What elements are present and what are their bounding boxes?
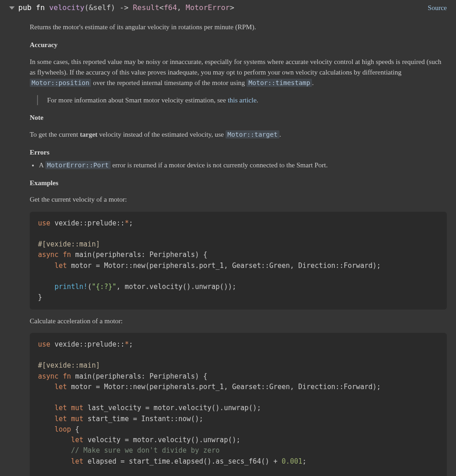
collapse-icon[interactable] bbox=[9, 6, 15, 10]
fn-header-left: pub fn velocity(&self) -> Result<f64, Mo… bbox=[9, 2, 234, 13]
errors-text-a: A bbox=[39, 161, 45, 169]
fn-header: pub fn velocity(&self) -> Result<f64, Mo… bbox=[0, 0, 456, 16]
code-kw: use bbox=[38, 219, 54, 227]
code-comment: // Make sure we don't divide by zero bbox=[71, 446, 220, 455]
code-kw: let bbox=[71, 457, 87, 465]
code-attr: #[vexide::main] bbox=[38, 361, 100, 369]
code-text: last_velocity = motor.velocity().unwrap(… bbox=[87, 404, 261, 412]
note-para: To get the current target velocity inste… bbox=[30, 129, 447, 140]
code-text: motor = Motor::new(peripherals.port_1, G… bbox=[71, 262, 381, 270]
fn-signature: pub fn velocity(&self) -> Result<f64, Mo… bbox=[18, 2, 234, 13]
accuracy-text-c: . bbox=[312, 79, 314, 86]
note-text-c: . bbox=[279, 131, 281, 138]
code-text: motor = Motor::new(peripherals.port_1, G… bbox=[71, 383, 381, 391]
code-kw: async bbox=[38, 251, 63, 259]
code-kw: use bbox=[38, 340, 54, 348]
code-text: vexide::prelude:: bbox=[54, 340, 125, 348]
comma-sep: , bbox=[177, 3, 186, 12]
accuracy-blockquote: For more information about Smart motor v… bbox=[37, 95, 447, 106]
sig-params: (&self) -> bbox=[85, 3, 133, 12]
code-kw: let bbox=[54, 415, 71, 423]
doc-intro: Returns the motor's estimate of its angu… bbox=[30, 22, 447, 32]
code-text: vexide::prelude:: bbox=[54, 219, 125, 227]
code-example-1: use vexide::prelude::*; #[vexide::main] … bbox=[30, 212, 447, 310]
code-indent bbox=[38, 425, 54, 433]
motor-position-link[interactable]: Motor::position bbox=[30, 79, 91, 87]
code-text: velocity = motor.velocity().unwrap(); bbox=[87, 436, 240, 444]
angle-open: < bbox=[159, 3, 164, 12]
code-kw: mut bbox=[71, 415, 87, 423]
angle-close: > bbox=[230, 3, 234, 12]
code-kw: fn bbox=[63, 372, 75, 380]
code-macro: println! bbox=[54, 283, 87, 291]
code-kw: let bbox=[54, 383, 71, 391]
code-indent bbox=[38, 415, 54, 423]
motor-error-port-link[interactable]: MotorError::Port bbox=[45, 161, 111, 169]
code-text: main(peripherals: Peripherals) { bbox=[75, 372, 207, 380]
motor-target-link[interactable]: Motor::target bbox=[225, 130, 279, 139]
code-star: * bbox=[125, 219, 129, 227]
result-type-link[interactable]: Result bbox=[133, 3, 159, 12]
code-attr: #[vexide::main] bbox=[38, 240, 100, 248]
example1-intro: Get the current velocity of a motor: bbox=[30, 194, 447, 205]
code-kw: let bbox=[54, 262, 71, 270]
kw-fn: fn bbox=[36, 3, 45, 12]
example2-intro: Calculate acceleration of a motor: bbox=[30, 316, 447, 326]
code-text: , motor.velocity().unwrap()); bbox=[117, 283, 236, 291]
this-article-link[interactable]: this article bbox=[228, 96, 257, 104]
code-text: } bbox=[38, 293, 42, 301]
code-text: ; bbox=[129, 340, 133, 348]
accuracy-heading: Accuracy bbox=[30, 40, 447, 50]
note-heading: Note bbox=[30, 112, 447, 123]
code-star: * bbox=[125, 340, 129, 348]
code-kw: mut bbox=[71, 404, 87, 412]
accuracy-text-a: In some cases, this reported value may b… bbox=[30, 58, 441, 76]
errors-heading: Errors bbox=[30, 147, 447, 158]
code-text: ; bbox=[302, 457, 306, 465]
code-kw: fn bbox=[63, 251, 75, 259]
motor-timestamp-link[interactable]: Motor::timestamp bbox=[247, 79, 312, 87]
list-item: A MotorError::Port error is returned if … bbox=[39, 160, 447, 171]
code-indent bbox=[38, 262, 54, 270]
examples-heading: Examples bbox=[30, 178, 447, 188]
code-number: 0.001 bbox=[282, 457, 302, 465]
code-kw: let bbox=[71, 436, 87, 444]
code-text: main(peripherals: Peripherals) { bbox=[75, 251, 207, 259]
accuracy-para: In some cases, this reported value may b… bbox=[30, 57, 447, 89]
code-kw: loop bbox=[54, 425, 75, 433]
code-indent bbox=[38, 457, 71, 465]
code-text: elapsed = start_time.elapsed().as_secs_f… bbox=[87, 457, 281, 465]
accuracy-text-b: over the reported internal timestamp of … bbox=[91, 79, 247, 86]
code-text: start_time = Instant::now(); bbox=[87, 415, 203, 423]
kw-pub: pub bbox=[18, 3, 32, 12]
f64-type-link[interactable]: f64 bbox=[164, 3, 177, 12]
code-kw: async bbox=[38, 372, 63, 380]
code-indent bbox=[38, 446, 71, 455]
note-text-b: velocity instead of the estimated veloci… bbox=[97, 131, 225, 138]
code-text: ; bbox=[129, 219, 133, 227]
code-example-2: use vexide::prelude::*; #[vexide::main] … bbox=[30, 333, 447, 476]
errors-list: A MotorError::Port error is returned if … bbox=[39, 160, 447, 171]
code-kw: let bbox=[54, 404, 71, 412]
code-indent bbox=[38, 283, 54, 291]
errors-text-b: error is returned if a motor device is n… bbox=[111, 161, 328, 169]
code-indent bbox=[38, 404, 54, 412]
blockquote-text-b: . bbox=[257, 96, 258, 104]
code-text: { bbox=[75, 425, 79, 433]
blockquote-text-a: For more information about Smart motor v… bbox=[47, 96, 228, 104]
motor-error-type-link[interactable]: MotorError bbox=[186, 3, 230, 12]
code-indent bbox=[38, 436, 71, 444]
code-indent bbox=[38, 383, 54, 391]
note-text-a: To get the current bbox=[30, 131, 80, 138]
fn-name[interactable]: velocity bbox=[49, 3, 84, 12]
doc-block: Returns the motor's estimate of its angu… bbox=[0, 22, 456, 476]
source-link[interactable]: Source bbox=[428, 3, 447, 13]
note-bold-target: target bbox=[80, 131, 97, 138]
code-string: "{:?}" bbox=[91, 283, 116, 291]
